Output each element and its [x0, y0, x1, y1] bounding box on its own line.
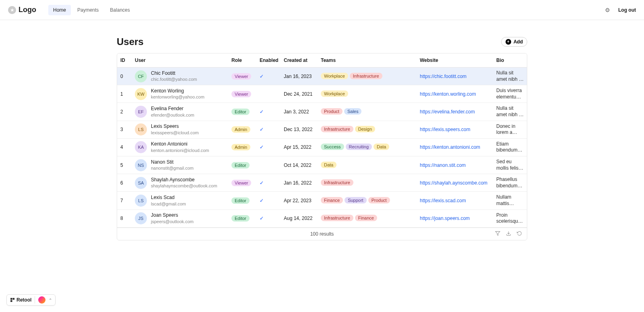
role-badge: Viewer: [231, 73, 251, 80]
table-scroll[interactable]: ID User Role Enabled Created at Teams We…: [117, 53, 527, 228]
cell-bio: Nulla sit amet nibh at augue placerat: [496, 70, 524, 82]
website-link[interactable]: https://chic.footitt.com: [420, 74, 466, 79]
website-link[interactable]: https://evelina.fender.com: [420, 109, 475, 115]
cell-teams: FinanceSupportProduct: [318, 192, 417, 209]
col-role[interactable]: Role: [228, 53, 256, 68]
user-email: efender@outlook.com: [151, 112, 194, 118]
cell-bio: Nullam mattis ultricies metus: [496, 194, 524, 207]
users-table: ID User Role Enabled Created at Teams We…: [117, 53, 527, 240]
col-created[interactable]: Created at: [281, 53, 318, 68]
table-row[interactable]: 3 LS Lexis Speers lexisspeers@icloud.com…: [117, 121, 527, 138]
team-badge: Infrastructure: [321, 179, 353, 186]
table-row[interactable]: 7 LS Lexis Scad lscad@gmail.com Editor ✓…: [117, 192, 527, 209]
cell-bio: Proin scelerisque tortor: [496, 212, 524, 225]
user-name: Shaylah Aynscombe: [151, 177, 217, 183]
cell-user: EF Evelina Fender efender@outlook.com: [135, 106, 225, 118]
gear-icon[interactable]: ⚙: [605, 7, 610, 13]
user-email: kenton.antonioni@icloud.com: [151, 148, 209, 153]
cell-id: 6: [117, 174, 132, 192]
table-row[interactable]: 0 CF Chic Footitt chic.footitt@yahoo.com…: [117, 68, 527, 85]
logout-link[interactable]: Log out: [618, 7, 636, 13]
col-bio[interactable]: Bio: [493, 53, 527, 68]
user-name: Kenton Worling: [151, 88, 204, 94]
cell-user: LS Lexis Speers lexisspeers@icloud.com: [135, 123, 225, 135]
col-teams[interactable]: Teams: [318, 53, 417, 68]
cell-teams: Infrastructure: [318, 174, 417, 192]
add-button[interactable]: + Add: [501, 37, 527, 47]
cell-created: Dec 24, 2021: [281, 85, 318, 103]
cell-enabled: ✓: [256, 209, 281, 227]
user-email: kentonworling@yahoo.com: [151, 94, 204, 100]
col-enabled[interactable]: Enabled: [256, 53, 281, 68]
avatar: SA: [135, 177, 147, 189]
cell-user: LS Lexis Scad lscad@gmail.com: [135, 195, 225, 207]
cell-created: Jan 3, 2022: [281, 103, 318, 121]
brand-text: Logo: [19, 6, 36, 14]
star-icon: ★: [8, 6, 16, 14]
role-badge: Editor: [231, 162, 250, 168]
page-header: Users + Add: [117, 36, 527, 47]
website-link[interactable]: https://lexis.scad.com: [420, 198, 466, 203]
cell-bio: Sed eu mollis felis. Nulla sit amet: [496, 159, 524, 171]
user-email: chic.footitt@yahoo.com: [151, 76, 197, 82]
website-link[interactable]: https://nanon.stit.com: [420, 162, 466, 168]
cell-user: KA Kenton Antonioni kenton.antonioni@icl…: [135, 141, 225, 153]
cell-user: KW Kenton Worling kentonworling@yahoo.co…: [135, 88, 225, 100]
user-name: Evelina Fender: [151, 106, 194, 112]
nav-balances[interactable]: Balances: [105, 5, 134, 15]
team-badge: Design: [355, 126, 375, 132]
role-badge: Admin: [231, 144, 250, 150]
team-badge: Product: [321, 108, 343, 115]
team-badge: Data: [374, 144, 389, 150]
cell-teams: InfrastructureDesign: [318, 121, 417, 138]
table-row[interactable]: 6 SA Shaylah Aynscombe shaylahaynscombe@…: [117, 174, 527, 192]
user-name: Chic Footitt: [151, 70, 197, 77]
cell-enabled: ✓: [256, 121, 281, 138]
cell-id: 4: [117, 138, 132, 156]
cell-id: 0: [117, 68, 132, 85]
website-link[interactable]: https://joan.speers.com: [420, 216, 470, 221]
cell-id: 1: [117, 85, 132, 103]
svg-marker-0: [495, 231, 500, 235]
download-icon[interactable]: [506, 231, 511, 237]
website-link[interactable]: https://shaylah.aynscombe.com: [420, 180, 487, 186]
table-row[interactable]: 1 KW Kenton Worling kentonworling@yahoo.…: [117, 85, 527, 103]
avatar: KW: [135, 88, 147, 100]
table-row[interactable]: 4 KA Kenton Antonioni kenton.antonioni@i…: [117, 138, 527, 156]
user-email: lscad@gmail.com: [151, 201, 186, 207]
cell-created: Aug 14, 2022: [281, 209, 318, 227]
filter-icon[interactable]: [495, 231, 500, 237]
table-row[interactable]: 5 NS Nanon Stit nanonstit@gmail.com Edit…: [117, 156, 527, 174]
logo[interactable]: ★ Logo: [8, 6, 36, 14]
avatar: NS: [135, 159, 147, 171]
table-row[interactable]: 8 JS Joan Speers jspeers@outlook.com Edi…: [117, 209, 527, 227]
check-icon: ✓: [260, 198, 264, 203]
team-badge: Infrastructure: [321, 126, 353, 132]
table-row[interactable]: 2 EF Evelina Fender efender@outlook.com …: [117, 103, 527, 121]
website-link[interactable]: https://kenton.antonioni.com: [420, 144, 480, 150]
check-icon: ✓: [260, 144, 264, 150]
user-email: shaylahaynscombe@outlook.com: [151, 183, 217, 189]
cell-id: 8: [117, 209, 132, 227]
user-name: Lexis Scad: [151, 195, 186, 201]
cell-bio: Phasellus bibendum mauris: [496, 177, 524, 189]
cell-teams: InfrastructureFinance: [318, 209, 417, 227]
table-footer: 100 results: [117, 228, 527, 240]
col-user[interactable]: User: [132, 53, 228, 68]
cell-teams: Data: [318, 156, 417, 174]
cell-id: 7: [117, 192, 132, 209]
team-badge: Workplace: [321, 73, 348, 79]
cell-bio: Donec in lorem a dolor tempor: [496, 123, 524, 136]
refresh-icon[interactable]: [517, 231, 522, 237]
table-header-row: ID User Role Enabled Created at Teams We…: [117, 53, 527, 68]
check-icon: ✓: [260, 216, 264, 221]
cell-teams: WorkplaceInfrastructure: [318, 68, 417, 85]
user-email: nanonstit@gmail.com: [151, 165, 194, 171]
team-badge: Finance: [321, 197, 343, 203]
website-link[interactable]: https://kenton.worling.com: [420, 91, 476, 97]
website-link[interactable]: https://lexis.speers.com: [420, 127, 470, 132]
nav-home[interactable]: Home: [48, 5, 71, 15]
nav-payments[interactable]: Payments: [72, 5, 103, 15]
col-website[interactable]: Website: [417, 53, 493, 68]
col-id[interactable]: ID: [117, 53, 132, 68]
